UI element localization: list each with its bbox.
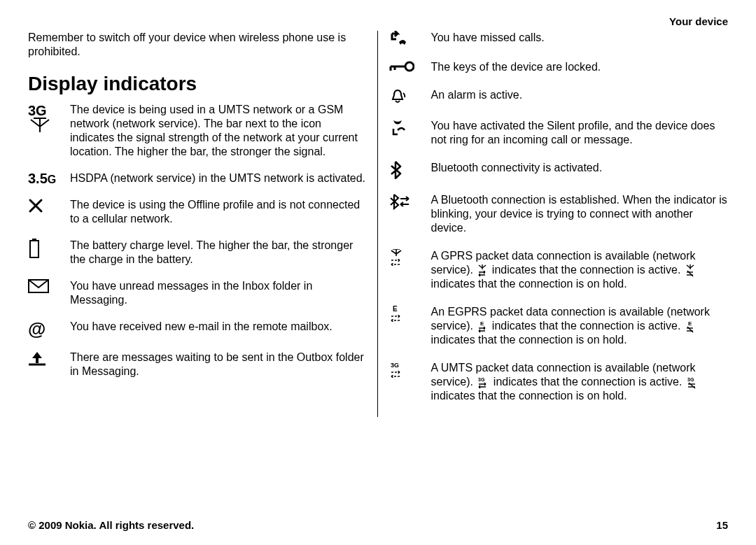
indicator-text: There are messages waiting to be sent in… <box>70 351 368 378</box>
indicator-row: @ You have received new e-mail in the re… <box>28 320 368 338</box>
svg-line-21 <box>479 265 482 268</box>
gprs-active-icon <box>477 264 487 277</box>
indicator-text: Bluetooth connectivity is activated. <box>431 161 729 175</box>
page-footer: © 2009 Nokia. All rights reserved. 15 <box>28 519 728 531</box>
at-sign-icon: @ <box>28 320 60 338</box>
svg-line-3 <box>40 120 49 127</box>
svg-line-18 <box>396 250 401 254</box>
indicator-text: A Bluetooth connection is established. W… <box>431 193 729 235</box>
indicator-row: The battery charge level. The higher the… <box>28 239 368 267</box>
right-column: You have missed calls. The keys of the d… <box>378 31 729 417</box>
bluetooth-icon <box>389 161 421 179</box>
offline-x-icon <box>28 198 60 213</box>
indicator-text: You have unread messages in the Inbox fo… <box>70 279 368 307</box>
three-g-signal-icon: 3G <box>28 103 60 134</box>
manual-page: Your device Remember to switch off your … <box>0 0 756 545</box>
svg-line-24 <box>687 265 690 268</box>
indicator-row: An alarm is active. <box>389 88 729 105</box>
text-segment: indicates that the connection is on hold… <box>431 390 627 402</box>
indicator-row: The keys of the device are locked. <box>389 60 729 74</box>
indicator-row: 3G A UMTS packet data connection is avai… <box>389 361 729 403</box>
text-segment: indicates that the connection is active. <box>492 320 684 332</box>
indicator-row: E An EGPRS packet data connection is ava… <box>389 305 729 347</box>
indicator-text: The device is using the Offline profile … <box>70 198 368 226</box>
indicator-text: A GPRS packet data connection is availab… <box>431 249 729 291</box>
indicator-text: You have received new e-mail in the remo… <box>70 320 368 334</box>
missed-call-icon <box>389 31 421 46</box>
header-section-label: Your device <box>669 15 728 27</box>
svg-line-30 <box>687 327 693 332</box>
svg-text:3G: 3G <box>687 377 694 382</box>
text-segment: indicates that the connection is active. <box>492 264 684 276</box>
svg-marker-11 <box>32 352 42 363</box>
text-segment: indicates that the connection is active. <box>493 376 685 388</box>
page-number: 15 <box>716 519 728 531</box>
indicator-row: The device is using the Offline profile … <box>28 198 368 226</box>
svg-text:E: E <box>393 305 398 313</box>
egprs-icon: E <box>389 305 421 323</box>
indicator-row: A GPRS packet data connection is availab… <box>389 249 729 291</box>
svg-line-22 <box>482 265 486 268</box>
indicator-text: An alarm is active. <box>431 88 729 102</box>
indicator-row: You have activated the Silent profile, a… <box>389 119 729 147</box>
svg-line-17 <box>391 250 396 254</box>
intro-text: Remember to switch off your device when … <box>28 31 368 59</box>
envelope-icon <box>28 279 60 293</box>
text-segment: indicates that the connection is on hold… <box>431 278 627 290</box>
gprs-icon <box>389 249 421 267</box>
indicator-text: The device is being used in a UMTS netwo… <box>70 103 368 159</box>
indicator-text: The battery charge level. The higher the… <box>70 239 368 267</box>
svg-text:3G: 3G <box>28 103 47 118</box>
left-column: Remember to switch off your device when … <box>28 31 378 417</box>
svg-point-15 <box>405 62 414 71</box>
indicator-row: 3G The device is being used in a UMTS ne… <box>28 103 368 159</box>
svg-text:E: E <box>688 320 692 327</box>
indicator-row: You have unread messages in the Inbox fo… <box>28 279 368 307</box>
egprs-hold-icon: E <box>685 320 695 333</box>
indicator-text: You have missed calls. <box>431 31 729 45</box>
text-segment: indicates that the connection is on hold… <box>431 334 627 346</box>
key-lock-icon <box>389 60 421 73</box>
indicator-text: The keys of the device are locked. <box>431 60 729 74</box>
indicator-row: There are messages waiting to be sent in… <box>28 351 368 378</box>
svg-line-34 <box>689 383 695 388</box>
outbox-icon <box>28 351 60 366</box>
svg-text:3G: 3G <box>391 362 399 369</box>
umts-data-icon: 3G <box>389 361 421 379</box>
egprs-active-icon: E <box>477 320 487 333</box>
content-columns: Remember to switch off your device when … <box>28 31 728 417</box>
indicator-text: You have activated the Silent profile, a… <box>431 119 729 147</box>
copyright-text: © 2009 Nokia. All rights reserved. <box>28 519 194 531</box>
indicator-row: A Bluetooth connection is established. W… <box>389 193 729 235</box>
svg-text:3G: 3G <box>478 377 485 382</box>
svg-line-26 <box>687 271 693 276</box>
umts-hold-icon: 3G <box>687 376 698 389</box>
hsdpa-label-icon: 3.5G <box>28 171 60 185</box>
indicator-text: An EGPRS packet data connection is avail… <box>431 305 729 347</box>
indicator-text: A UMTS packet data connection is availab… <box>431 361 729 403</box>
svg-text:E: E <box>480 320 484 327</box>
svg-line-2 <box>31 120 40 127</box>
indicator-row: You have missed calls. <box>389 31 729 46</box>
bluetooth-connected-icon <box>389 193 421 210</box>
gprs-hold-icon <box>685 264 695 277</box>
svg-line-25 <box>690 265 694 268</box>
indicator-row: 3.5G HSDPA (network service) in the UMTS… <box>28 171 368 185</box>
indicator-row: Bluetooth connectivity is activated. <box>389 161 729 179</box>
alarm-bell-icon <box>389 88 421 105</box>
svg-rect-8 <box>30 241 38 257</box>
silent-profile-icon <box>389 119 421 136</box>
umts-active-icon: 3G <box>477 376 489 389</box>
indicator-text: HSDPA (network service) in the UMTS netw… <box>70 171 368 185</box>
battery-icon <box>28 239 60 258</box>
page-title: Display indicators <box>28 71 368 96</box>
